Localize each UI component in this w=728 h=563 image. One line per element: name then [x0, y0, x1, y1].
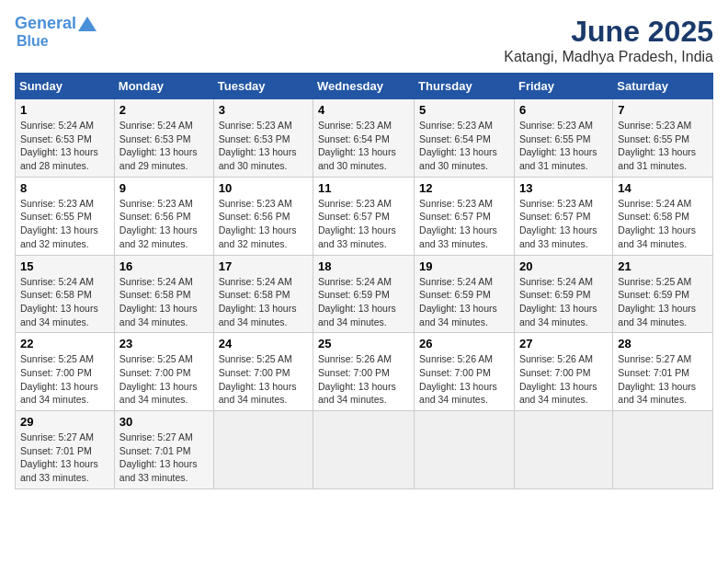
calendar-cell: 14Sunrise: 5:24 AM Sunset: 6:58 PM Dayli… [613, 177, 713, 255]
day-number: 20 [519, 259, 608, 273]
calendar-cell: 2Sunrise: 5:24 AM Sunset: 6:53 PM Daylig… [114, 99, 213, 178]
calendar-cell: 26Sunrise: 5:26 AM Sunset: 7:00 PM Dayli… [415, 333, 515, 411]
day-number: 7 [618, 103, 708, 117]
calendar-cell: 11Sunrise: 5:23 AM Sunset: 6:57 PM Dayli… [313, 177, 415, 255]
calendar-cell: 25Sunrise: 5:26 AM Sunset: 7:00 PM Dayli… [313, 333, 415, 411]
day-number: 8 [20, 181, 109, 195]
day-info: Sunrise: 5:23 AM Sunset: 6:57 PM Dayligh… [419, 197, 509, 251]
day-number: 2 [119, 103, 209, 117]
day-number: 23 [119, 337, 209, 350]
day-info: Sunrise: 5:25 AM Sunset: 7:00 PM Dayligh… [219, 352, 308, 407]
calendar-table: Sunday Monday Tuesday Wednesday Thursday… [15, 73, 713, 489]
calendar-cell: 4Sunrise: 5:23 AM Sunset: 6:54 PM Daylig… [313, 99, 415, 178]
day-info: Sunrise: 5:24 AM Sunset: 6:53 PM Dayligh… [20, 119, 109, 173]
day-info: Sunrise: 5:27 AM Sunset: 7:01 PM Dayligh… [618, 352, 708, 407]
calendar-cell [213, 411, 313, 489]
day-info: Sunrise: 5:23 AM Sunset: 6:57 PM Dayligh… [318, 197, 409, 251]
calendar-cell: 29Sunrise: 5:27 AM Sunset: 7:01 PM Dayli… [16, 411, 115, 489]
day-number: 25 [318, 337, 409, 350]
day-info: Sunrise: 5:23 AM Sunset: 6:54 PM Dayligh… [419, 119, 509, 173]
calendar-week-2: 8Sunrise: 5:23 AM Sunset: 6:55 PM Daylig… [16, 177, 713, 255]
day-info: Sunrise: 5:23 AM Sunset: 6:55 PM Dayligh… [519, 119, 608, 173]
day-info: Sunrise: 5:25 AM Sunset: 7:00 PM Dayligh… [119, 352, 209, 407]
day-number: 27 [519, 337, 608, 350]
calendar-title: June 2025 [504, 15, 713, 49]
calendar-cell: 8Sunrise: 5:23 AM Sunset: 6:55 PM Daylig… [16, 177, 115, 255]
page-header: General Blue June 2025 Katangi, Madhya P… [15, 15, 713, 65]
day-info: Sunrise: 5:23 AM Sunset: 6:56 PM Dayligh… [219, 197, 308, 251]
calendar-cell: 15Sunrise: 5:24 AM Sunset: 6:58 PM Dayli… [16, 255, 115, 333]
calendar-cell: 5Sunrise: 5:23 AM Sunset: 6:54 PM Daylig… [415, 99, 515, 178]
day-info: Sunrise: 5:26 AM Sunset: 7:00 PM Dayligh… [419, 352, 509, 407]
header-tuesday: Tuesday [213, 74, 313, 99]
calendar-cell [514, 411, 612, 489]
calendar-cell [313, 411, 415, 489]
day-info: Sunrise: 5:27 AM Sunset: 7:01 PM Dayligh… [119, 431, 209, 485]
day-number: 9 [119, 181, 209, 195]
calendar-cell: 16Sunrise: 5:24 AM Sunset: 6:58 PM Dayli… [114, 255, 213, 333]
day-info: Sunrise: 5:24 AM Sunset: 6:58 PM Dayligh… [20, 275, 109, 329]
day-number: 22 [20, 337, 109, 350]
calendar-week-1: 1Sunrise: 5:24 AM Sunset: 6:53 PM Daylig… [16, 99, 713, 178]
day-info: Sunrise: 5:26 AM Sunset: 7:00 PM Dayligh… [318, 352, 409, 407]
calendar-cell: 1Sunrise: 5:24 AM Sunset: 6:53 PM Daylig… [16, 99, 115, 178]
day-info: Sunrise: 5:24 AM Sunset: 6:59 PM Dayligh… [519, 275, 608, 329]
header-wednesday: Wednesday [313, 74, 415, 99]
calendar-subtitle: Katangi, Madhya Pradesh, India [504, 49, 713, 65]
day-number: 28 [618, 337, 708, 350]
day-number: 3 [219, 103, 308, 117]
day-number: 14 [618, 181, 708, 195]
calendar-cell: 9Sunrise: 5:23 AM Sunset: 6:56 PM Daylig… [114, 177, 213, 255]
calendar-cell: 22Sunrise: 5:25 AM Sunset: 7:00 PM Dayli… [16, 333, 115, 411]
calendar-week-4: 22Sunrise: 5:25 AM Sunset: 7:00 PM Dayli… [16, 333, 713, 411]
calendar-cell: 28Sunrise: 5:27 AM Sunset: 7:01 PM Dayli… [613, 333, 713, 411]
day-number: 16 [119, 259, 209, 273]
day-number: 1 [20, 103, 109, 117]
calendar-cell: 20Sunrise: 5:24 AM Sunset: 6:59 PM Dayli… [514, 255, 612, 333]
day-info: Sunrise: 5:26 AM Sunset: 7:00 PM Dayligh… [519, 352, 608, 407]
calendar-cell: 19Sunrise: 5:24 AM Sunset: 6:59 PM Dayli… [415, 255, 515, 333]
day-number: 4 [318, 103, 409, 117]
calendar-cell: 17Sunrise: 5:24 AM Sunset: 6:58 PM Dayli… [213, 255, 313, 333]
day-info: Sunrise: 5:24 AM Sunset: 6:58 PM Dayligh… [219, 275, 308, 329]
day-number: 29 [20, 415, 109, 429]
calendar-cell: 23Sunrise: 5:25 AM Sunset: 7:00 PM Dayli… [114, 333, 213, 411]
day-number: 5 [419, 103, 509, 117]
calendar-cell: 18Sunrise: 5:24 AM Sunset: 6:59 PM Dayli… [313, 255, 415, 333]
title-area: June 2025 Katangi, Madhya Pradesh, India [504, 15, 713, 65]
day-info: Sunrise: 5:23 AM Sunset: 6:55 PM Dayligh… [20, 197, 109, 251]
day-number: 18 [318, 259, 409, 273]
day-info: Sunrise: 5:27 AM Sunset: 7:01 PM Dayligh… [20, 431, 109, 485]
day-number: 12 [419, 181, 509, 195]
logo: General Blue [15, 15, 97, 49]
day-info: Sunrise: 5:23 AM Sunset: 6:55 PM Dayligh… [618, 119, 708, 173]
day-info: Sunrise: 5:24 AM Sunset: 6:59 PM Dayligh… [419, 275, 509, 329]
day-info: Sunrise: 5:24 AM Sunset: 6:58 PM Dayligh… [119, 275, 209, 329]
calendar-cell: 13Sunrise: 5:23 AM Sunset: 6:57 PM Dayli… [514, 177, 612, 255]
day-number: 19 [419, 259, 509, 273]
day-info: Sunrise: 5:24 AM Sunset: 6:58 PM Dayligh… [618, 197, 708, 251]
day-number: 6 [519, 103, 608, 117]
calendar-cell: 10Sunrise: 5:23 AM Sunset: 6:56 PM Dayli… [213, 177, 313, 255]
day-number: 10 [219, 181, 308, 195]
day-number: 26 [419, 337, 509, 350]
calendar-cell: 30Sunrise: 5:27 AM Sunset: 7:01 PM Dayli… [114, 411, 213, 489]
day-number: 17 [219, 259, 308, 273]
day-number: 21 [618, 259, 708, 273]
header-thursday: Thursday [415, 74, 515, 99]
day-number: 15 [20, 259, 109, 273]
day-info: Sunrise: 5:24 AM Sunset: 6:59 PM Dayligh… [318, 275, 409, 329]
day-info: Sunrise: 5:25 AM Sunset: 6:59 PM Dayligh… [618, 275, 708, 329]
day-info: Sunrise: 5:23 AM Sunset: 6:54 PM Dayligh… [318, 119, 409, 173]
calendar-cell: 6Sunrise: 5:23 AM Sunset: 6:55 PM Daylig… [514, 99, 612, 178]
calendar-cell: 12Sunrise: 5:23 AM Sunset: 6:57 PM Dayli… [415, 177, 515, 255]
day-number: 11 [318, 181, 409, 195]
day-info: Sunrise: 5:25 AM Sunset: 7:00 PM Dayligh… [20, 352, 109, 407]
day-info: Sunrise: 5:23 AM Sunset: 6:53 PM Dayligh… [219, 119, 308, 173]
day-info: Sunrise: 5:23 AM Sunset: 6:56 PM Dayligh… [119, 197, 209, 251]
calendar-cell [415, 411, 515, 489]
header-saturday: Saturday [613, 74, 713, 99]
day-number: 30 [119, 415, 209, 429]
calendar-cell: 21Sunrise: 5:25 AM Sunset: 6:59 PM Dayli… [613, 255, 713, 333]
day-number: 24 [219, 337, 308, 350]
